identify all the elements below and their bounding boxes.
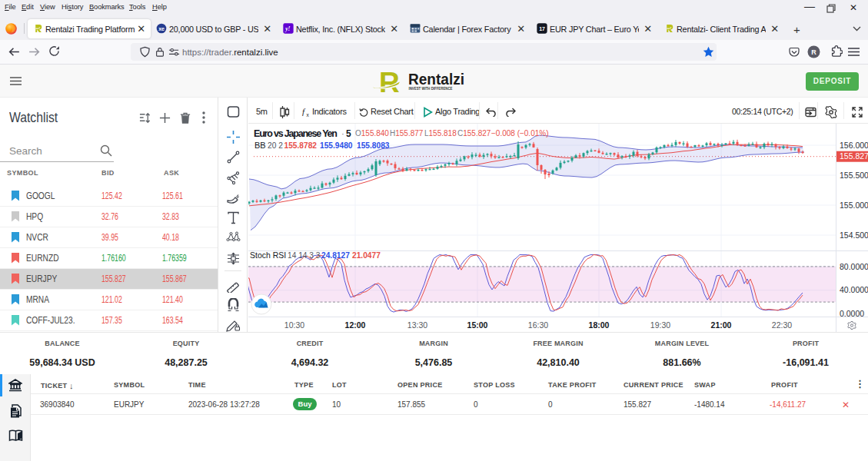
svg-text:L155.818: L155.818 <box>424 129 457 138</box>
svg-text:21:00: 21:00 <box>711 320 732 330</box>
svg-text:22:30: 22:30 <box>772 320 792 330</box>
svg-text:10:30: 10:30 <box>284 320 304 330</box>
svg-text:f: f <box>302 107 306 116</box>
svg-text:12:00: 12:00 <box>345 320 366 330</box>
svg-text:17: 17 <box>539 26 545 32</box>
svg-text:Euro vs Japanese Yen: Euro vs Japanese Yen <box>254 128 338 139</box>
svg-text:40.0000: 40.0000 <box>840 285 868 294</box>
svg-text:18:00: 18:00 <box>589 320 610 330</box>
svg-text:15:00: 15:00 <box>467 320 488 330</box>
svg-text:5: 5 <box>346 128 351 139</box>
svg-text:155.827: 155.827 <box>840 151 868 161</box>
svg-text:155.500: 155.500 <box>840 171 868 180</box>
svg-text:14 14 3 3: 14 14 3 3 <box>288 251 321 260</box>
svg-text:R: R <box>379 68 400 94</box>
svg-text:19:30: 19:30 <box>650 320 670 330</box>
svg-text:16:30: 16:30 <box>528 320 548 330</box>
svg-text:·: · <box>341 129 344 138</box>
svg-text:INVEST WITH DIFFERENCE: INVEST WITH DIFFERENCE <box>409 87 454 91</box>
svg-text:80.0000: 80.0000 <box>840 262 868 271</box>
svg-text:20 2: 20 2 <box>268 141 283 150</box>
svg-text:13:30: 13:30 <box>407 320 427 330</box>
svg-text:21.0477: 21.0477 <box>352 251 381 260</box>
svg-text:−0.008 (−0.01%): −0.008 (−0.01%) <box>491 129 549 138</box>
svg-text:156.000: 156.000 <box>840 141 868 150</box>
svg-text:H155.877: H155.877 <box>390 129 424 138</box>
svg-text:y!: y! <box>284 25 290 32</box>
svg-text:x: x <box>307 112 310 118</box>
svg-text:155.8083: 155.8083 <box>357 141 390 150</box>
svg-text:O155.840: O155.840 <box>355 129 389 138</box>
svg-text:155.8782: 155.8782 <box>284 141 318 150</box>
svg-text:155.9480: 155.9480 <box>320 141 353 150</box>
svg-text:BB: BB <box>254 141 266 150</box>
svg-text:0.0000: 0.0000 <box>840 309 864 318</box>
svg-text:C155.827: C155.827 <box>457 129 491 138</box>
svg-text:R: R <box>811 48 816 56</box>
svg-text:154.500: 154.500 <box>840 230 868 240</box>
svg-text:xe: xe <box>158 26 165 32</box>
svg-text:Stoch RSI: Stoch RSI <box>250 250 286 260</box>
svg-text:24.8127: 24.8127 <box>321 251 350 260</box>
svg-text:Rentalzi: Rentalzi <box>408 71 464 88</box>
svg-text:155.000: 155.000 <box>840 201 868 210</box>
